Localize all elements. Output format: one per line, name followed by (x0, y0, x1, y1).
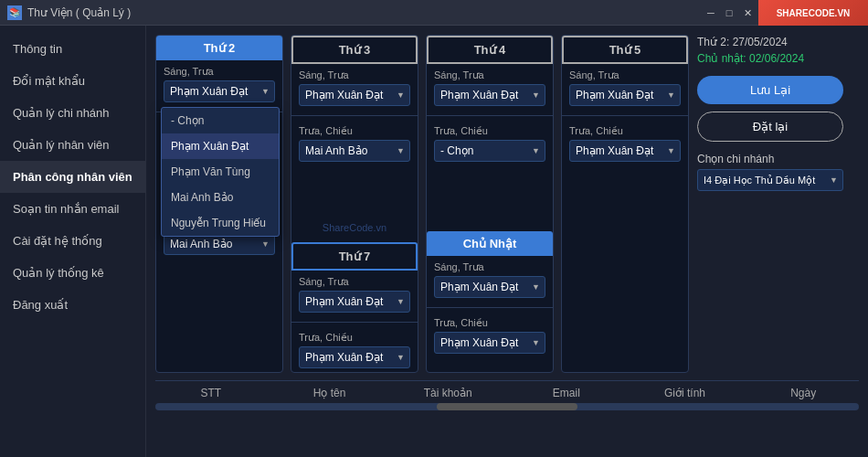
scroll-thumb[interactable] (437, 403, 577, 410)
thu3-select1[interactable]: Phạm Xuân Đạt (299, 84, 410, 106)
day-column-thu2: Thứ 2 Sáng, Trưa Phạm Xuân Đạt - Chọn Ph… (155, 35, 283, 373)
thu5-dropdown2[interactable]: Phạm Xuân Đạt (569, 140, 681, 162)
thu7-section1: Sáng, Trưa Phạm Xuân Đạt (291, 271, 418, 318)
day-header-thu4: Thứ 4 (427, 36, 553, 64)
date-thu2: Thứ 2: 27/05/2024 (697, 36, 843, 48)
popup-option-mab[interactable]: Mai Anh Bảo (162, 185, 279, 210)
horizontal-scrollbar[interactable] (155, 403, 859, 410)
day-header-thu5: Thứ 5 (562, 36, 688, 64)
sidebar-item-cai-dat-he-thong[interactable]: Cài đặt hệ thống (0, 225, 145, 257)
popup-option-nth[interactable]: Nguyễn Trung Hiếu (162, 210, 279, 236)
thu4-dropdown1[interactable]: Phạm Xuân Đạt (434, 84, 545, 106)
thu3-section2: Trưa, Chiều Mai Anh Bảo (291, 120, 418, 167)
minimize-button[interactable]: ─ (704, 5, 718, 20)
sidebar-item-dang-xuat[interactable]: Đăng xuất (0, 289, 145, 321)
thu5-section1: Sáng, Trưa Phạm Xuân Đạt (562, 64, 688, 112)
day-header-thu2: Thứ 2 (156, 36, 282, 60)
chi-nhanh-select[interactable]: I4 Đại Học Thủ Dầu Một (697, 169, 843, 191)
day-column-thu5: Thứ 5 Sáng, Trưa Phạm Xuân Đạt Trưa, Chi… (561, 35, 689, 373)
thu5-dropdown1[interactable]: Phạm Xuân Đạt (569, 84, 681, 106)
thu4-section2: Trưa, Chiều - Chọn (427, 120, 553, 167)
thu7-select2[interactable]: Phạm Xuân Đạt (299, 346, 410, 368)
thu4-section1: Sáng, Trưa Phạm Xuân Đạt (427, 64, 553, 112)
thu3-section1: Sáng, Trưa Phạm Xuân Đạt (291, 64, 418, 112)
watermark-thu3: ShareCode.vn (291, 222, 418, 233)
thu5-select1[interactable]: Phạm Xuân Đạt (569, 84, 681, 106)
popup-option-chon[interactable]: - Chọn (162, 108, 279, 133)
chu-nhat-block: Chủ Nhật Sáng, Trưa Phạm Xuân Đạt Trưa, … (427, 231, 553, 359)
table-header-row: STT Họ tên Tài khoản Email Giới tính Ngà… (155, 380, 859, 399)
content-area: Thứ 2 Sáng, Trưa Phạm Xuân Đạt - Chọn Ph… (146, 26, 868, 457)
day-column-thu4: Thứ 4 Sáng, Trưa Phạm Xuân Đạt Trưa, Chi… (426, 35, 554, 373)
thu3-select2[interactable]: Mai Anh Bảo (299, 140, 410, 162)
thu5-select2[interactable]: Phạm Xuân Đạt (569, 140, 681, 162)
chu-nhat-section2: Trưa, Chiều Phạm Xuân Đạt (427, 312, 553, 359)
main-container: Thông tin Đổi mật khẩu Quản lý chi nhánh… (0, 26, 868, 457)
col-ho-ten: Họ tên (274, 387, 386, 399)
thu7-dropdown1[interactable]: Phạm Xuân Đạt (299, 291, 410, 313)
thu2-label1: Sáng, Trưa (164, 66, 275, 78)
thu2-dropdown1[interactable]: Phạm Xuân Đạt (164, 80, 275, 102)
thu7-select1[interactable]: Phạm Xuân Đạt (299, 291, 410, 313)
thu7-dropdown2[interactable]: Phạm Xuân Đạt (299, 346, 410, 368)
logo-area: SHARECODE.VN (758, 0, 868, 26)
maximize-button[interactable]: □ (722, 5, 736, 20)
days-grid: Thứ 2 Sáng, Trưa Phạm Xuân Đạt - Chọn Ph… (155, 35, 859, 373)
day-header-thu7: Thứ 7 (291, 242, 418, 271)
luu-lai-button[interactable]: Lưu Lại (697, 76, 843, 104)
dropdown-popup-thu2: - Chọn Phạm Xuân Đạt Phạm Văn Tùng Mai A… (161, 107, 280, 237)
logo-text: SHARECODE.VN (777, 8, 851, 18)
close-button[interactable]: ✕ (740, 5, 755, 20)
chu-nhat-dropdown2[interactable]: Phạm Xuân Đạt (434, 332, 545, 354)
sidebar-item-doi-mat-khau[interactable]: Đổi mật khẩu (0, 65, 145, 97)
title-bar-left: 📚 Thư Viện ( Quản Lý ) (7, 5, 131, 20)
thu2-select1[interactable]: Phạm Xuân Đạt (164, 80, 275, 102)
day-header-thu3: Thứ 3 (291, 36, 418, 64)
sidebar-item-quan-ly-nhan-vien[interactable]: Quản lý nhân viên (0, 129, 145, 161)
dat-lai-button[interactable]: Đặt lại (697, 112, 843, 142)
day-column-thu3: Thứ 3 Sáng, Trưa Phạm Xuân Đạt Trưa, Chi… (291, 35, 418, 373)
thu7-block: Thứ 7 Sáng, Trưa Phạm Xuân Đạt Trưa, Chi… (291, 242, 418, 374)
date-chu-nhat: Chủ nhật: 02/06/2024 (697, 52, 843, 65)
col-ngay: Ngày (747, 387, 859, 399)
window-title: Thư Viện ( Quản Lý ) (27, 6, 131, 19)
chu-nhat-dropdown1[interactable]: Phạm Xuân Đạt (434, 276, 545, 298)
chu-nhat-select2[interactable]: Phạm Xuân Đạt (434, 332, 545, 354)
thu4-select2[interactable]: - Chọn (434, 140, 545, 162)
chu-nhat-section1: Sáng, Trưa Phạm Xuân Đạt (427, 256, 553, 303)
title-bar: 📚 Thư Viện ( Quản Lý ) SHARECODE.VN ─ □ … (0, 0, 868, 26)
thu4-dropdown2[interactable]: - Chọn (434, 140, 545, 162)
col-tai-khoan: Tài khoản (392, 387, 503, 399)
thu2-section1: Sáng, Trưa Phạm Xuân Đạt (156, 60, 282, 108)
col-stt: STT (155, 387, 267, 399)
popup-option-pvt[interactable]: Phạm Văn Tùng (162, 159, 279, 185)
sidebar-item-thong-tin[interactable]: Thông tin (0, 33, 145, 65)
thu3-dropdown2[interactable]: Mai Anh Bảo (299, 140, 410, 162)
thu3-label1: Sáng, Trưa (299, 69, 410, 81)
col-gioi-tinh: Giới tính (630, 387, 741, 399)
thu4-select1[interactable]: Phạm Xuân Đạt (434, 84, 545, 106)
sidebar-item-soan-tin-nhan-email[interactable]: Soạn tin nhắn email (0, 193, 145, 225)
popup-option-pxd[interactable]: Phạm Xuân Đạt (162, 133, 279, 159)
sidebar-item-phan-cong-nhan-vien[interactable]: Phân công nhân viên (0, 161, 145, 193)
sidebar-item-quan-ly-thong-ke[interactable]: Quản lý thống kê (0, 257, 145, 289)
day-header-chu-nhat: Chủ Nhật (427, 231, 553, 256)
right-panel-inline: Thứ 2: 27/05/2024 Chủ nhật: 02/06/2024 L… (697, 36, 843, 191)
window-controls: ─ □ ✕ (704, 0, 755, 26)
thu5-section2: Trưa, Chiều Phạm Xuân Đạt (562, 120, 688, 167)
chi-nhanh-dropdown[interactable]: I4 Đại Học Thủ Dầu Một (697, 169, 843, 191)
chu-nhat-select1[interactable]: Phạm Xuân Đạt (434, 276, 545, 298)
sidebar-item-quan-ly-chi-nhanh[interactable]: Quản lý chi nhánh (0, 97, 145, 129)
col-email: Email (511, 387, 622, 399)
sidebar: Thông tin Đổi mật khẩu Quản lý chi nhánh… (0, 26, 146, 457)
thu3-dropdown1[interactable]: Phạm Xuân Đạt (299, 84, 410, 106)
app-icon: 📚 (7, 5, 22, 20)
thu7-section2: Trưa, Chiều Phạm Xuân Đạt (291, 326, 418, 374)
chi-nhanh-label: Chọn chi nhánh (697, 153, 843, 165)
thu3-label2: Trưa, Chiều (299, 125, 410, 137)
